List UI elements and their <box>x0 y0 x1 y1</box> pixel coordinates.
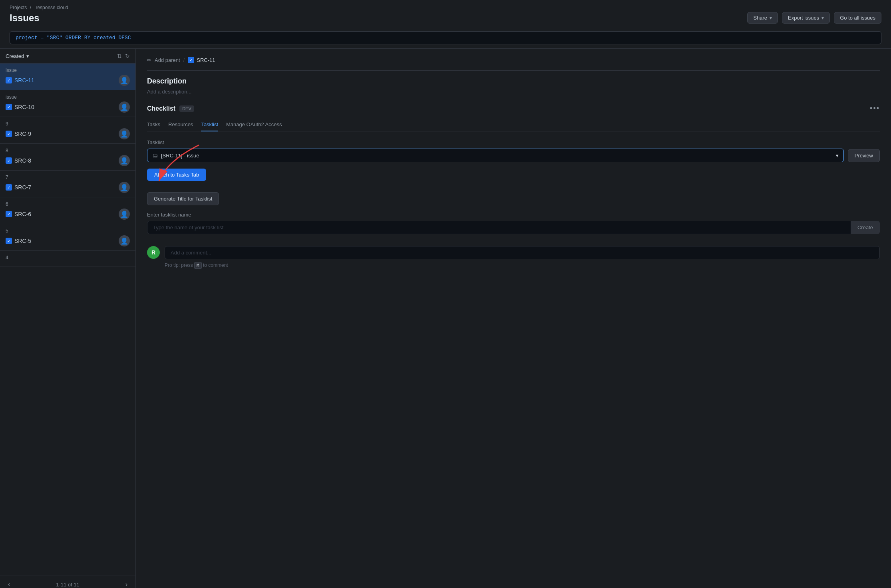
sidebar: Created ▾ ⇅ ↻ issue ✓ SRC-11 👤 <box>0 49 136 588</box>
list-item[interactable]: issue ✓ SRC-11 👤 <box>0 64 135 90</box>
avatar: 👤 <box>119 75 130 86</box>
sort-icons: ⇅ ↻ <box>117 53 130 59</box>
avatar: 👤 <box>119 235 130 246</box>
checklist-title-row: Checklist DEV <box>147 105 194 112</box>
tab-tasks[interactable]: Tasks <box>147 118 160 131</box>
breadcrumb-project-name: response cloud <box>36 5 68 10</box>
list-item[interactable]: 7 ✓ SRC-7 👤 <box>0 171 135 197</box>
avatar: 👤 <box>119 101 130 113</box>
goto-all-issues-button[interactable]: Go to all issues <box>834 12 881 24</box>
list-item[interactable]: 6 ✓ SRC-6 👤 <box>0 197 135 224</box>
breadcrumb-separator: / <box>30 5 31 10</box>
tab-manage-oauth2[interactable]: Manage OAuth2 Access <box>226 118 282 131</box>
avatar: 👤 <box>119 182 130 193</box>
page-title: Issues <box>10 12 40 24</box>
issue-tag-label: SRC-11 <box>197 57 215 63</box>
query-input[interactable]: project = "SRC" ORDER BY created DESC <box>10 31 881 44</box>
export-label: Export issues <box>788 15 819 21</box>
avatar: 👤 <box>119 128 130 139</box>
tab-resources[interactable]: Resources <box>168 118 193 131</box>
issue-label: 6 <box>6 201 130 207</box>
enter-name-label: Enter tasklist name <box>147 212 880 218</box>
issue-number: SRC-6 <box>14 211 31 217</box>
detail-breadcrumb: ✏ Add parent / ✓ SRC-11 <box>147 57 880 63</box>
checkbox-icon: ✓ <box>6 131 12 137</box>
description-title: Description <box>147 77 880 85</box>
chevron-down-icon: ▾ <box>26 53 29 59</box>
issue-number: SRC-5 <box>14 238 31 244</box>
issue-label: 8 <box>6 148 130 153</box>
breadcrumb-projects[interactable]: Projects <box>10 5 27 10</box>
tasklist-select-row: 🗂 [SRC-11] - issue ▾ Preview <box>147 149 880 162</box>
header: Projects / response cloud Issues Share E… <box>0 0 891 27</box>
tasklist-select-dropdown[interactable]: 🗂 [SRC-11] - issue ▾ <box>147 149 844 162</box>
sidebar-list: issue ✓ SRC-11 👤 issue ✓ SRC-10 <box>0 64 135 576</box>
sidebar-header: Created ▾ ⇅ ↻ <box>0 49 135 64</box>
sort-button[interactable]: Created ▾ <box>6 53 29 59</box>
shortcut-key: M <box>194 262 202 269</box>
arrow-annotation <box>136 141 215 189</box>
checkbox-icon: ✓ <box>6 104 12 110</box>
list-item[interactable]: 4 <box>0 251 135 266</box>
tab-tasklist[interactable]: Tasklist <box>201 118 218 131</box>
breadcrumb-sep: / <box>183 57 185 63</box>
more-options-button[interactable]: ••• <box>870 104 880 113</box>
issue-id: ✓ SRC-11 <box>6 77 34 83</box>
divider <box>147 70 880 71</box>
add-parent-label[interactable]: Add parent <box>155 57 180 63</box>
comment-input[interactable] <box>165 246 880 259</box>
issue-row: ✓ SRC-5 👤 <box>6 235 130 246</box>
issue-label: 5 <box>6 228 130 234</box>
checklist-title: Checklist <box>147 105 175 112</box>
list-item[interactable]: 9 ✓ SRC-9 👤 <box>0 117 135 144</box>
list-item[interactable]: 8 ✓ SRC-8 👤 <box>0 144 135 171</box>
sort-label: Created <box>6 53 24 59</box>
avatar: 👤 <box>119 155 130 166</box>
issue-number: SRC-9 <box>14 131 31 137</box>
name-input-row: Create <box>147 221 880 234</box>
detail-panel: ✏ Add parent / ✓ SRC-11 Description Add … <box>136 49 891 588</box>
generate-title-button[interactable]: Generate Title for Tasklist <box>147 192 219 205</box>
description-placeholder[interactable]: Add a description... <box>147 89 880 95</box>
issue-id: ✓ SRC-7 <box>6 184 31 191</box>
breadcrumb: Projects / response cloud <box>10 5 881 10</box>
next-page-button[interactable]: › <box>123 580 130 588</box>
checkbox-icon: ✓ <box>6 238 12 244</box>
export-issues-button[interactable]: Export issues <box>782 12 830 24</box>
header-row: Issues Share Export issues Go to all iss… <box>10 12 881 24</box>
tasklist-icon: 🗂 <box>152 152 158 159</box>
pro-tip-end: to comment <box>203 262 228 268</box>
attach-to-tasks-tab-button[interactable]: Attach to Tasks Tab <box>147 169 206 181</box>
edit-icon: ✏ <box>147 57 151 63</box>
list-item[interactable]: 5 ✓ SRC-5 👤 <box>0 224 135 251</box>
tasklist-name-input[interactable] <box>147 221 851 234</box>
issue-id: ✓ SRC-9 <box>6 131 31 137</box>
preview-button[interactable]: Preview <box>848 149 880 162</box>
checkbox-icon: ✓ <box>6 77 12 83</box>
create-button[interactable]: Create <box>851 221 880 234</box>
tasklist-select-inner: 🗂 [SRC-11] - issue <box>152 152 199 159</box>
dev-badge: DEV <box>179 105 194 112</box>
prev-page-button[interactable]: ‹ <box>6 580 12 588</box>
refresh-icon[interactable]: ↻ <box>125 53 130 59</box>
header-actions: Share Export issues Go to all issues <box>747 12 881 24</box>
main-layout: Created ▾ ⇅ ↻ issue ✓ SRC-11 👤 <box>0 49 891 588</box>
share-button[interactable]: Share <box>747 12 778 24</box>
sort-order-icon[interactable]: ⇅ <box>117 53 122 59</box>
pagination-label: 1-11 of 11 <box>56 582 80 588</box>
share-label: Share <box>753 15 767 21</box>
list-item[interactable]: issue ✓ SRC-10 👤 <box>0 90 135 117</box>
issue-id: ✓ SRC-5 <box>6 238 31 244</box>
issue-id: ✓ SRC-8 <box>6 157 31 164</box>
issue-number: SRC-8 <box>14 157 31 164</box>
avatar: 👤 <box>119 209 130 220</box>
sidebar-footer: ‹ 1-11 of 11 › <box>0 576 135 588</box>
comment-section: R <box>147 246 880 259</box>
issue-row: ✓ SRC-9 👤 <box>6 128 130 139</box>
issue-id: ✓ SRC-10 <box>6 104 34 110</box>
pro-tip-text: Pro tip: press <box>165 262 193 268</box>
issue-id: ✓ SRC-6 <box>6 211 31 217</box>
issue-row: ✓ SRC-11 👤 <box>6 75 130 86</box>
issue-number: SRC-11 <box>14 77 34 83</box>
issue-label: 9 <box>6 121 130 127</box>
